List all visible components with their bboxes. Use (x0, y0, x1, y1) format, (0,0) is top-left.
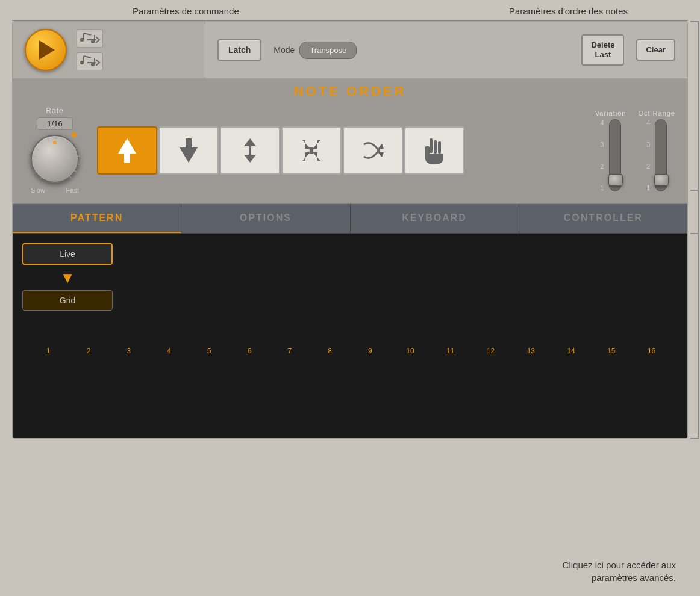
svg-line-21 (63, 137, 64, 141)
tab-pattern[interactable]: PATTERN (13, 204, 181, 233)
rate-value: 1/16 (37, 117, 73, 130)
variation-slider[interactable] (609, 119, 621, 191)
latch-button[interactable]: Latch (217, 39, 261, 61)
svg-line-25 (75, 164, 80, 164)
top-left-annotation: Paramètres de commande (133, 6, 239, 16)
svg-line-13 (40, 175, 43, 178)
svg-line-26 (73, 170, 77, 173)
direction-button-updown[interactable] (220, 126, 280, 175)
step-number-14: 14 (551, 347, 592, 355)
step-number-6: 6 (230, 347, 270, 355)
step-number-7: 7 (270, 347, 310, 355)
tab-keyboard[interactable]: KEYBOARD (351, 204, 519, 233)
step-number-8: 8 (310, 347, 350, 355)
fast-label: Fast (66, 187, 79, 194)
oct-range-label: Oct Range (638, 110, 675, 117)
direction-button-manual[interactable] (404, 126, 464, 175)
mode-label: Mode (273, 45, 295, 55)
svg-line-16 (33, 156, 37, 157)
rate-knob[interactable] (31, 135, 79, 183)
mode-select[interactable]: Transpose (299, 42, 357, 59)
slow-label: Slow (31, 187, 45, 194)
rate-label: Rate (46, 107, 63, 115)
svg-rect-43 (434, 140, 437, 154)
svg-line-23 (73, 148, 77, 151)
clear-button[interactable]: Clear (636, 39, 675, 61)
svg-line-18 (40, 141, 43, 144)
svg-line-19 (48, 137, 49, 141)
oct-range-slider[interactable] (655, 119, 667, 191)
variation-label: Variation (595, 110, 627, 117)
top-right-annotation: Paramètres d'ordre des notes (509, 6, 628, 16)
step-number-1: 1 (28, 347, 69, 355)
svg-line-15 (33, 164, 37, 164)
grid-button[interactable]: Grid (22, 290, 113, 311)
direction-button-up[interactable] (97, 126, 157, 175)
direction-button-random[interactable] (343, 126, 403, 175)
note-icon-1[interactable] (77, 29, 103, 48)
step-number-10: 10 (390, 347, 431, 355)
step-number-5: 5 (189, 347, 230, 355)
step-number-4: 4 (149, 347, 189, 355)
svg-line-22 (69, 141, 71, 144)
step-number-13: 13 (511, 347, 551, 355)
tab-controller[interactable]: CONTROLLER (519, 204, 687, 233)
step-number-12: 12 (470, 347, 511, 355)
live-button[interactable]: Live (22, 243, 113, 265)
svg-line-24 (75, 156, 80, 157)
svg-line-14 (35, 170, 39, 173)
play-button[interactable] (25, 29, 67, 71)
step-number-2: 2 (69, 347, 109, 355)
arrow-down-icon: ▼ (22, 270, 113, 285)
direction-button-down[interactable] (158, 126, 219, 175)
svg-rect-31 (186, 138, 192, 147)
svg-line-17 (35, 148, 39, 151)
step-number-15: 15 (592, 347, 632, 355)
svg-line-27 (69, 175, 71, 178)
svg-rect-29 (124, 154, 130, 163)
note-order-title: NOTE ORDER (25, 84, 675, 99)
step-number-3: 3 (109, 347, 149, 355)
svg-rect-39 (310, 147, 313, 154)
step-number-9: 9 (350, 347, 390, 355)
svg-rect-34 (249, 146, 251, 155)
svg-marker-28 (118, 138, 136, 154)
svg-rect-44 (438, 141, 441, 154)
step-number-16: 16 (631, 347, 672, 355)
svg-rect-42 (430, 138, 433, 153)
delete-last-button[interactable]: Delete Last (581, 34, 624, 65)
tab-options[interactable]: OPTIONS (181, 204, 350, 233)
bottom-note-line2: paramètres avancés. (563, 571, 676, 584)
step-number-11: 11 (431, 347, 471, 355)
svg-marker-32 (244, 138, 256, 146)
direction-button-converge[interactable] (281, 126, 342, 175)
svg-marker-33 (244, 155, 256, 163)
note-icon-2[interactable] (77, 52, 103, 70)
svg-line-2 (84, 33, 91, 35)
svg-marker-30 (180, 147, 198, 163)
svg-line-9 (84, 56, 91, 58)
bottom-note-line1: Cliquez ici pour accéder aux (563, 559, 676, 571)
